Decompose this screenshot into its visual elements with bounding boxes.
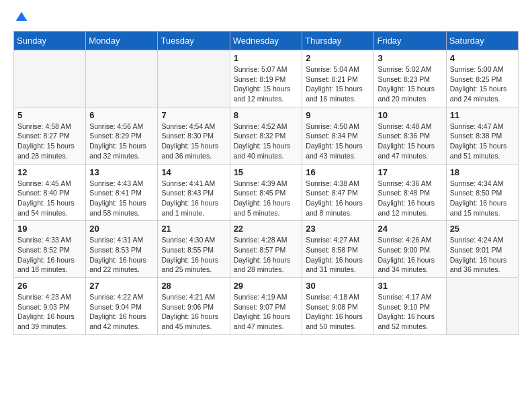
day-number: 30 (306, 281, 370, 291)
logo-icon (15, 11, 28, 24)
day-number: 17 (378, 167, 442, 177)
calendar-cell: 27Sunrise: 4:22 AMSunset: 9:04 PMDayligh… (86, 278, 158, 335)
day-info: Sunrise: 4:39 AMSunset: 8:45 PMDaylight:… (234, 179, 299, 218)
day-info: Sunrise: 4:38 AMSunset: 8:47 PMDaylight:… (306, 179, 370, 218)
day-info: Sunrise: 4:50 AMSunset: 8:34 PMDaylight:… (306, 122, 370, 161)
day-number: 12 (17, 167, 82, 177)
day-info: Sunrise: 5:02 AMSunset: 8:23 PMDaylight:… (378, 64, 442, 104)
day-number: 26 (17, 281, 82, 291)
day-info: Sunrise: 4:24 AMSunset: 9:01 PMDaylight:… (450, 235, 515, 275)
day-number: 15 (234, 167, 299, 177)
day-number: 2 (306, 53, 370, 63)
calendar-cell: 29Sunrise: 4:19 AMSunset: 9:07 PMDayligh… (230, 278, 302, 335)
day-number: 23 (306, 224, 370, 234)
day-info: Sunrise: 4:36 AMSunset: 8:48 PMDaylight:… (378, 179, 442, 218)
calendar-table: SundayMondayTuesdayWednesdayThursdayFrid… (13, 31, 519, 335)
day-info: Sunrise: 4:26 AMSunset: 9:00 PMDaylight:… (378, 235, 442, 275)
col-header-wednesday: Wednesday (230, 32, 302, 50)
day-number: 16 (306, 167, 370, 177)
logo (13, 11, 30, 24)
day-number: 29 (234, 281, 299, 291)
calendar-cell: 26Sunrise: 4:23 AMSunset: 9:03 PMDayligh… (14, 278, 86, 335)
page-header (13, 11, 519, 24)
calendar-cell: 15Sunrise: 4:39 AMSunset: 8:45 PMDayligh… (230, 164, 302, 221)
calendar-cell: 23Sunrise: 4:27 AMSunset: 8:58 PMDayligh… (302, 221, 374, 278)
day-info: Sunrise: 5:04 AMSunset: 8:21 PMDaylight:… (306, 64, 370, 104)
calendar-cell: 31Sunrise: 4:17 AMSunset: 9:10 PMDayligh… (374, 278, 446, 335)
day-info: Sunrise: 4:54 AMSunset: 8:30 PMDaylight:… (161, 122, 226, 161)
calendar-week-1: 1Sunrise: 5:07 AMSunset: 8:19 PMDaylight… (14, 50, 519, 107)
day-info: Sunrise: 4:56 AMSunset: 8:29 PMDaylight:… (89, 122, 154, 161)
day-number: 8 (234, 110, 299, 120)
calendar-cell: 2Sunrise: 5:04 AMSunset: 8:21 PMDaylight… (302, 50, 374, 107)
calendar-cell: 14Sunrise: 4:41 AMSunset: 8:43 PMDayligh… (158, 164, 230, 221)
day-number: 25 (450, 224, 515, 234)
day-number: 6 (89, 110, 154, 120)
day-info: Sunrise: 4:48 AMSunset: 8:36 PMDaylight:… (378, 122, 442, 161)
day-number: 1 (234, 53, 299, 63)
day-info: Sunrise: 4:33 AMSunset: 8:52 PMDaylight:… (17, 235, 82, 275)
col-header-saturday: Saturday (446, 32, 518, 50)
day-number: 10 (378, 110, 442, 120)
day-info: Sunrise: 4:31 AMSunset: 8:53 PMDaylight:… (89, 235, 154, 275)
day-info: Sunrise: 4:22 AMSunset: 9:04 PMDaylight:… (89, 292, 154, 332)
col-header-friday: Friday (374, 32, 446, 50)
calendar-week-2: 5Sunrise: 4:58 AMSunset: 8:27 PMDaylight… (14, 107, 519, 164)
calendar-week-4: 19Sunrise: 4:33 AMSunset: 8:52 PMDayligh… (14, 221, 519, 278)
calendar-week-5: 26Sunrise: 4:23 AMSunset: 9:03 PMDayligh… (14, 278, 519, 335)
day-number: 20 (89, 224, 154, 234)
calendar-cell: 28Sunrise: 4:21 AMSunset: 9:06 PMDayligh… (158, 278, 230, 335)
day-info: Sunrise: 4:43 AMSunset: 8:41 PMDaylight:… (89, 179, 154, 218)
day-number: 9 (306, 110, 370, 120)
day-number: 31 (378, 281, 442, 291)
day-info: Sunrise: 4:19 AMSunset: 9:07 PMDaylight:… (234, 292, 299, 332)
calendar-cell: 3Sunrise: 5:02 AMSunset: 8:23 PMDaylight… (374, 50, 446, 107)
day-number: 11 (450, 110, 515, 120)
day-number: 21 (161, 224, 226, 234)
day-number: 18 (450, 167, 515, 177)
day-info: Sunrise: 4:34 AMSunset: 8:50 PMDaylight:… (450, 179, 515, 218)
svg-marker-0 (16, 12, 28, 21)
day-number: 27 (89, 281, 154, 291)
day-number: 22 (234, 224, 299, 234)
calendar-week-3: 12Sunrise: 4:45 AMSunset: 8:40 PMDayligh… (14, 164, 519, 221)
calendar-cell: 20Sunrise: 4:31 AMSunset: 8:53 PMDayligh… (86, 221, 158, 278)
day-number: 24 (378, 224, 442, 234)
calendar-cell: 10Sunrise: 4:48 AMSunset: 8:36 PMDayligh… (374, 107, 446, 164)
calendar-cell: 30Sunrise: 4:18 AMSunset: 9:08 PMDayligh… (302, 278, 374, 335)
calendar-cell: 4Sunrise: 5:00 AMSunset: 8:25 PMDaylight… (446, 50, 518, 107)
day-number: 3 (378, 53, 442, 63)
calendar-cell: 25Sunrise: 4:24 AMSunset: 9:01 PMDayligh… (446, 221, 518, 278)
day-info: Sunrise: 4:58 AMSunset: 8:27 PMDaylight:… (17, 122, 82, 161)
day-number: 5 (17, 110, 82, 120)
calendar-cell (446, 278, 518, 335)
day-info: Sunrise: 5:07 AMSunset: 8:19 PMDaylight:… (234, 64, 299, 104)
day-info: Sunrise: 5:00 AMSunset: 8:25 PMDaylight:… (450, 64, 515, 104)
calendar-cell: 13Sunrise: 4:43 AMSunset: 8:41 PMDayligh… (86, 164, 158, 221)
calendar-cell (14, 50, 86, 107)
day-number: 4 (450, 53, 515, 63)
day-info: Sunrise: 4:52 AMSunset: 8:32 PMDaylight:… (234, 122, 299, 161)
calendar-cell: 19Sunrise: 4:33 AMSunset: 8:52 PMDayligh… (14, 221, 86, 278)
day-number: 14 (161, 167, 226, 177)
calendar-cell: 16Sunrise: 4:38 AMSunset: 8:47 PMDayligh… (302, 164, 374, 221)
col-header-sunday: Sunday (14, 32, 86, 50)
calendar-cell: 21Sunrise: 4:30 AMSunset: 8:55 PMDayligh… (158, 221, 230, 278)
day-number: 13 (89, 167, 154, 177)
day-info: Sunrise: 4:17 AMSunset: 9:10 PMDaylight:… (378, 292, 442, 332)
calendar-cell: 24Sunrise: 4:26 AMSunset: 9:00 PMDayligh… (374, 221, 446, 278)
calendar-cell: 6Sunrise: 4:56 AMSunset: 8:29 PMDaylight… (86, 107, 158, 164)
calendar-cell: 18Sunrise: 4:34 AMSunset: 8:50 PMDayligh… (446, 164, 518, 221)
calendar-cell: 11Sunrise: 4:47 AMSunset: 8:38 PMDayligh… (446, 107, 518, 164)
day-number: 28 (161, 281, 226, 291)
calendar-cell (158, 50, 230, 107)
col-header-tuesday: Tuesday (158, 32, 230, 50)
calendar-cell: 7Sunrise: 4:54 AMSunset: 8:30 PMDaylight… (158, 107, 230, 164)
day-info: Sunrise: 4:27 AMSunset: 8:58 PMDaylight:… (306, 235, 370, 275)
calendar-cell: 9Sunrise: 4:50 AMSunset: 8:34 PMDaylight… (302, 107, 374, 164)
day-info: Sunrise: 4:18 AMSunset: 9:08 PMDaylight:… (306, 292, 370, 332)
day-info: Sunrise: 4:23 AMSunset: 9:03 PMDaylight:… (17, 292, 82, 332)
calendar-cell: 5Sunrise: 4:58 AMSunset: 8:27 PMDaylight… (14, 107, 86, 164)
day-number: 19 (17, 224, 82, 234)
day-info: Sunrise: 4:21 AMSunset: 9:06 PMDaylight:… (161, 292, 226, 332)
